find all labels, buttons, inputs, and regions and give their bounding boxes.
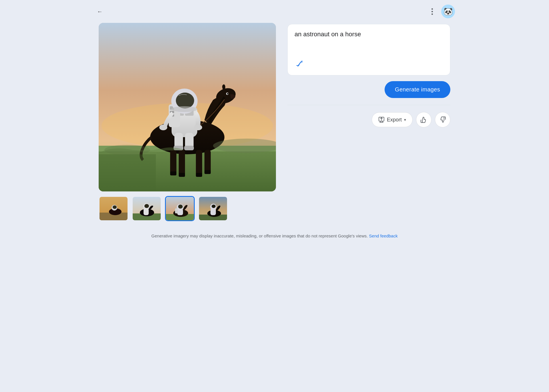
ai-enhance-button[interactable] [295,59,443,69]
thumbnail-3[interactable] [165,196,195,221]
thumbnail-2[interactable] [132,196,162,221]
footer: Generative imagery may display inaccurat… [87,227,462,248]
svg-rect-9 [196,150,202,176]
send-feedback-link[interactable]: Send feedback [369,233,398,238]
header-right-actions: 🐼 [426,5,455,18]
footer-disclaimer: Generative imagery may display inaccurat… [151,233,368,238]
svg-point-51 [178,205,183,209]
svg-point-58 [212,205,216,208]
thumbnail-1[interactable] [99,196,128,221]
thumbs-down-icon [439,116,446,123]
export-icon [378,117,385,123]
action-divider [287,105,450,105]
svg-rect-52 [177,209,183,215]
avatar[interactable]: 🐼 [441,5,455,18]
thumbs-up-button[interactable] [416,112,431,127]
svg-rect-14 [204,170,211,174]
svg-point-60 [301,61,303,62]
prompt-text: an astronaut on a horse [295,30,443,39]
svg-rect-16 [179,173,185,177]
svg-rect-10 [204,150,211,173]
thumbnail-4[interactable] [198,196,228,221]
svg-rect-53 [175,208,178,213]
svg-point-25 [176,93,194,109]
svg-point-26 [171,106,198,112]
svg-rect-11 [170,150,176,174]
export-label: Export [387,117,402,123]
generate-images-button[interactable]: Generate images [385,81,450,98]
svg-rect-13 [196,173,202,177]
export-chevron-icon: ▾ [404,117,406,122]
svg-point-35 [104,145,150,155]
export-button[interactable]: Export ▾ [372,112,413,127]
svg-point-28 [194,125,202,130]
svg-point-45 [144,204,149,208]
back-button[interactable]: ← [94,6,106,17]
svg-rect-32 [184,146,194,150]
svg-rect-46 [144,208,149,215]
prompt-box: an astronaut on a horse [287,24,450,75]
svg-point-8 [227,93,228,95]
ai-sparkle-icon [296,60,304,68]
svg-point-40 [113,205,117,209]
more-options-button[interactable] [426,6,438,17]
right-panel: an astronaut on a horse Generate images [287,23,450,221]
main-content: an astronaut on a horse Generate images [87,23,462,227]
svg-rect-12 [179,150,185,176]
app-header: ← 🐼 [87,0,462,23]
svg-rect-33 [99,154,156,191]
svg-rect-15 [170,171,176,175]
svg-rect-59 [210,209,216,215]
thumbnails-row [99,196,276,221]
thumbs-up-icon [420,116,427,123]
svg-point-27 [159,125,167,130]
thumbs-down-button[interactable] [435,112,450,127]
image-panel [99,23,276,221]
action-row: Export ▾ [287,112,450,127]
main-image [99,23,276,191]
three-dots-icon [431,8,433,15]
back-arrow-icon: ← [97,8,103,15]
